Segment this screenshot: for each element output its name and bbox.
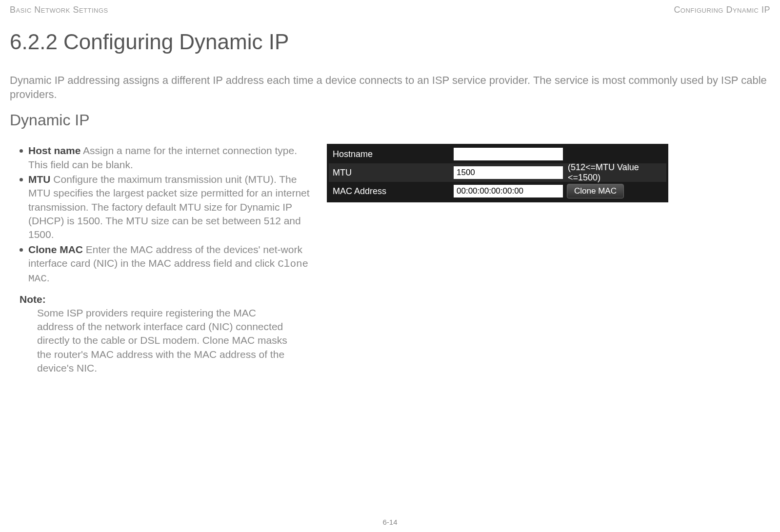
list-item-mtu: MTU Configure the maximum transmission u… bbox=[20, 173, 312, 242]
clone-mac-button[interactable]: Clone MAC bbox=[567, 184, 624, 198]
mtu-desc: Configure the maximum transmission unit … bbox=[28, 174, 310, 240]
note-label: Note: bbox=[20, 294, 312, 305]
mtu-input[interactable] bbox=[454, 166, 563, 179]
page-title: 6.2.2 Configuring Dynamic IP bbox=[10, 30, 770, 54]
hostname-term: Host name bbox=[28, 145, 80, 156]
subheading: Dynamic IP bbox=[10, 111, 770, 129]
config-panel: Hostname MTU (512<=MTU Value <=1500) MAC… bbox=[327, 144, 668, 202]
mtu-row: MTU (512<=MTU Value <=1500) bbox=[329, 163, 666, 182]
hostname-input[interactable] bbox=[454, 148, 563, 160]
hostname-row: Hostname bbox=[329, 145, 666, 163]
left-column: Host name Assign a name for the internet… bbox=[10, 144, 312, 375]
mtu-term: MTU bbox=[28, 174, 51, 185]
mac-input[interactable] bbox=[454, 185, 563, 197]
list-item-hostname: Host name Assign a name for the internet… bbox=[20, 144, 312, 172]
header-left: Basic Network Settings bbox=[10, 5, 108, 15]
hostname-label: Hostname bbox=[329, 149, 451, 159]
bullet-list: Host name Assign a name for the internet… bbox=[10, 144, 312, 286]
intro-paragraph: Dynamic IP addressing assigns a differen… bbox=[10, 74, 770, 101]
mac-row: MAC Address Clone MAC bbox=[329, 182, 666, 200]
mtu-hint: (512<=MTU Value <=1500) bbox=[566, 162, 666, 183]
mtu-label: MTU bbox=[329, 168, 451, 178]
clonemac-term: Clone MAC bbox=[28, 244, 83, 255]
header-right: Configuring Dynamic IP bbox=[674, 5, 770, 15]
note-block: Note: Some ISP providers require registe… bbox=[10, 294, 312, 375]
list-item-clonemac: Clone MAC Enter the MAC address of the d… bbox=[20, 243, 312, 286]
mac-label: MAC Address bbox=[329, 186, 451, 197]
page-header: Basic Network Settings Configuring Dynam… bbox=[10, 5, 770, 15]
note-text: Some ISP providers require registering t… bbox=[20, 306, 293, 375]
right-column: Hostname MTU (512<=MTU Value <=1500) MAC… bbox=[327, 144, 770, 202]
clonemac-desc-b: . bbox=[47, 272, 50, 283]
page-number: 6-14 bbox=[0, 518, 780, 526]
content-row: Host name Assign a name for the internet… bbox=[10, 144, 770, 375]
